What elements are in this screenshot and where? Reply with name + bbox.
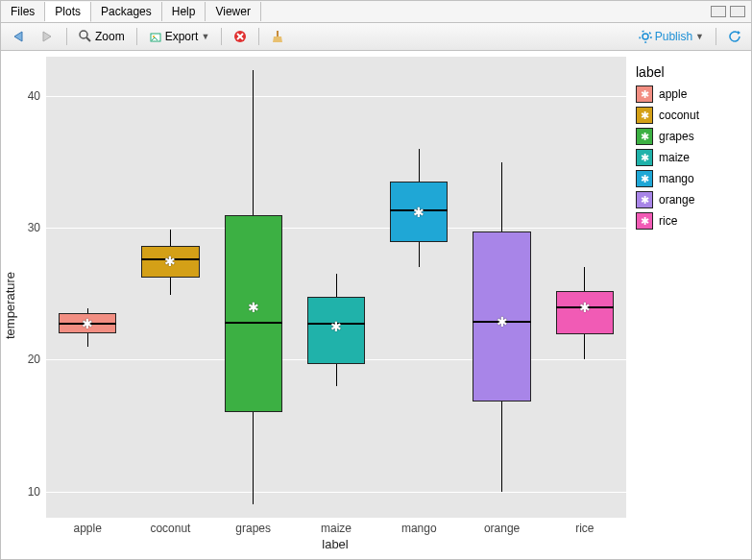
mean-point-grapes: ✱: [248, 300, 259, 315]
prev-plot-button[interactable]: [7, 28, 30, 45]
x-tick-label: orange: [484, 522, 520, 535]
publish-label: Publish: [655, 30, 692, 43]
x-tick-label: maize: [321, 522, 352, 535]
tab-packages[interactable]: Packages: [91, 2, 162, 21]
remove-plot-button[interactable]: [230, 28, 251, 45]
svg-marker-13: [738, 31, 740, 35]
x-tick-label: apple: [73, 522, 101, 535]
export-icon: [149, 30, 162, 43]
pane-tabbar: Files Plots Packages Help Viewer: [1, 1, 751, 23]
legend-label: maize: [659, 151, 690, 164]
publish-button[interactable]: Publish ▼: [635, 28, 708, 45]
mean-point-coconut: ✱: [164, 254, 176, 269]
legend-item-apple: ✱apple: [636, 85, 741, 103]
svg-line-3: [86, 37, 90, 41]
minimize-pane-button[interactable]: [711, 6, 726, 17]
refresh-plot-button[interactable]: [724, 28, 745, 45]
mean-point-maize: ✱: [330, 319, 342, 334]
zoom-icon: [79, 30, 92, 43]
maximize-pane-button[interactable]: [730, 6, 745, 17]
chart-panel: ✱apple✱coconut✱grapes✱maize✱mango✱orange…: [46, 57, 626, 518]
chevron-down-icon: ▼: [201, 32, 209, 41]
legend-swatch: ✱: [636, 170, 653, 187]
export-button[interactable]: Export ▼: [145, 28, 214, 45]
legend-label: orange: [659, 193, 694, 207]
zoom-button[interactable]: Zoom: [75, 28, 129, 45]
legend-swatch: ✱: [636, 149, 653, 166]
y-tick-label: 30: [28, 221, 40, 234]
broom-icon: [271, 30, 284, 43]
legend-title: label: [636, 64, 741, 80]
y-tick-label: 40: [28, 89, 40, 103]
x-tick-label: coconut: [150, 522, 190, 535]
tab-plots[interactable]: Plots: [45, 2, 91, 22]
legend: label ✱apple✱coconut✱grapes✱maize✱mango✱…: [626, 57, 745, 553]
chevron-down-icon: ▼: [695, 32, 704, 41]
legend-label: grapes: [659, 130, 694, 143]
tab-viewer[interactable]: Viewer: [206, 2, 260, 21]
legend-swatch: ✱: [636, 128, 653, 145]
mean-point-orange: ✱: [497, 314, 508, 329]
legend-item-coconut: ✱coconut: [636, 107, 741, 124]
pane-window-controls: [711, 6, 751, 17]
legend-swatch: ✱: [636, 85, 653, 103]
legend-item-orange: ✱orange: [636, 191, 741, 208]
svg-point-2: [80, 31, 87, 38]
x-tick-label: grapes: [235, 522, 271, 535]
remove-icon: [233, 30, 247, 43]
legend-label: coconut: [659, 109, 699, 122]
legend-item-grapes: ✱grapes: [636, 128, 741, 145]
publish-icon: [639, 30, 652, 43]
mean-point-rice: ✱: [579, 300, 591, 315]
legend-label: apple: [659, 87, 687, 101]
svg-marker-1: [43, 32, 51, 41]
legend-swatch: ✱: [636, 212, 653, 230]
legend-label: mango: [659, 172, 694, 185]
mean-point-mango: ✱: [413, 205, 425, 220]
tab-files[interactable]: Files: [1, 2, 45, 21]
y-axis-title: temperature: [1, 57, 19, 553]
legend-item-rice: ✱rice: [636, 212, 741, 230]
y-tick-label: 20: [28, 353, 40, 366]
svg-point-11: [643, 34, 648, 39]
svg-point-12: [640, 31, 651, 42]
zoom-label: Zoom: [95, 30, 125, 43]
plots-toolbar: Zoom Export ▼ Publish ▼: [1, 23, 751, 51]
svg-marker-10: [273, 37, 282, 42]
legend-swatch: ✱: [636, 191, 653, 208]
y-tick-label: 10: [28, 485, 40, 499]
plot-area: temperature 10203040 ✱apple✱coconut✱grap…: [1, 51, 751, 559]
legend-swatch: ✱: [636, 107, 653, 124]
tab-help[interactable]: Help: [162, 2, 206, 21]
rstudio-plots-pane: Files Plots Packages Help Viewer Zoom Ex…: [0, 0, 752, 560]
svg-marker-0: [14, 32, 22, 41]
clear-all-button[interactable]: [267, 28, 288, 45]
svg-rect-9: [277, 31, 279, 37]
median-grapes: [225, 322, 282, 324]
legend-label: rice: [659, 214, 677, 228]
legend-item-maize: ✱maize: [636, 149, 741, 166]
x-tick-label: mango: [401, 522, 437, 535]
x-tick-label: rice: [575, 522, 594, 535]
export-label: Export: [165, 30, 199, 43]
next-plot-button[interactable]: [36, 28, 59, 45]
legend-item-mango: ✱mango: [636, 170, 741, 187]
mean-point-apple: ✱: [82, 316, 93, 331]
refresh-icon: [728, 30, 741, 43]
